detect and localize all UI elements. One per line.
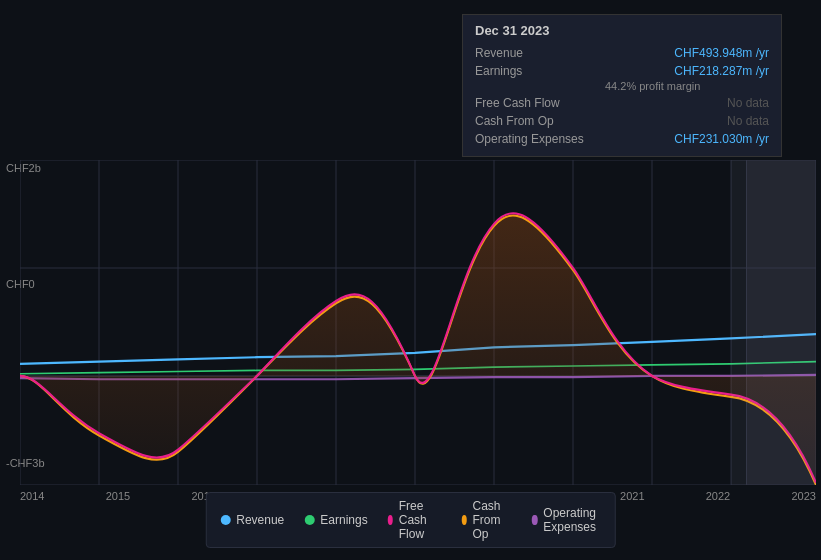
legend-item-fcf[interactable]: Free Cash Flow bbox=[388, 499, 442, 541]
legend-item-revenue[interactable]: Revenue bbox=[220, 513, 284, 527]
legend-label-earnings: Earnings bbox=[320, 513, 367, 527]
earnings-line bbox=[20, 362, 816, 374]
tooltip-box: Dec 31 2023 Revenue CHF493.948m /yr Earn… bbox=[462, 14, 782, 157]
chart-legend: Revenue Earnings Free Cash Flow Cash Fro… bbox=[205, 492, 616, 548]
tooltip-label-opex: Operating Expenses bbox=[475, 132, 605, 146]
recent-region bbox=[731, 160, 816, 485]
chart-svg bbox=[20, 160, 816, 485]
profit-margin-label: 44.2% profit margin bbox=[475, 80, 769, 94]
tooltip-row-fcf: Free Cash Flow No data bbox=[475, 94, 769, 112]
x-label-2015: 2015 bbox=[106, 490, 130, 502]
x-label-2014: 2014 bbox=[20, 490, 44, 502]
tooltip-label-earnings: Earnings bbox=[475, 64, 605, 78]
legend-dot-opex bbox=[532, 515, 537, 525]
chart-area bbox=[20, 160, 816, 485]
legend-dot-cashop bbox=[461, 515, 466, 525]
legend-dot-fcf bbox=[388, 515, 393, 525]
legend-label-revenue: Revenue bbox=[236, 513, 284, 527]
legend-item-earnings[interactable]: Earnings bbox=[304, 513, 367, 527]
tooltip-title: Dec 31 2023 bbox=[475, 23, 769, 38]
cash-op-fill bbox=[20, 215, 816, 485]
revenue-line bbox=[20, 334, 816, 364]
x-label-2023: 2023 bbox=[791, 490, 815, 502]
tooltip-label-fcf: Free Cash Flow bbox=[475, 96, 605, 110]
tooltip-value-cashop: No data bbox=[727, 114, 769, 128]
legend-item-opex[interactable]: Operating Expenses bbox=[532, 506, 601, 534]
tooltip-row-revenue: Revenue CHF493.948m /yr bbox=[475, 44, 769, 62]
legend-dot-earnings bbox=[304, 515, 314, 525]
tooltip-value-revenue: CHF493.948m /yr bbox=[674, 46, 769, 60]
chart-container: Dec 31 2023 Revenue CHF493.948m /yr Earn… bbox=[0, 0, 821, 560]
tooltip-row-opex: Operating Expenses CHF231.030m /yr bbox=[475, 130, 769, 148]
legend-label-fcf: Free Cash Flow bbox=[399, 499, 442, 541]
tooltip-label-revenue: Revenue bbox=[475, 46, 605, 60]
legend-label-cashop: Cash From Op bbox=[473, 499, 513, 541]
tooltip-value-earnings: CHF218.287m /yr bbox=[674, 64, 769, 78]
tooltip-row-cashop: Cash From Op No data bbox=[475, 112, 769, 130]
tooltip-row-earnings: Earnings CHF218.287m /yr bbox=[475, 62, 769, 80]
legend-dot-revenue bbox=[220, 515, 230, 525]
x-label-2022: 2022 bbox=[706, 490, 730, 502]
legend-item-cashop[interactable]: Cash From Op bbox=[461, 499, 512, 541]
legend-label-opex: Operating Expenses bbox=[543, 506, 600, 534]
tooltip-value-fcf: No data bbox=[727, 96, 769, 110]
x-label-2021: 2021 bbox=[620, 490, 644, 502]
tooltip-label-cashop: Cash From Op bbox=[475, 114, 605, 128]
tooltip-value-opex: CHF231.030m /yr bbox=[674, 132, 769, 146]
